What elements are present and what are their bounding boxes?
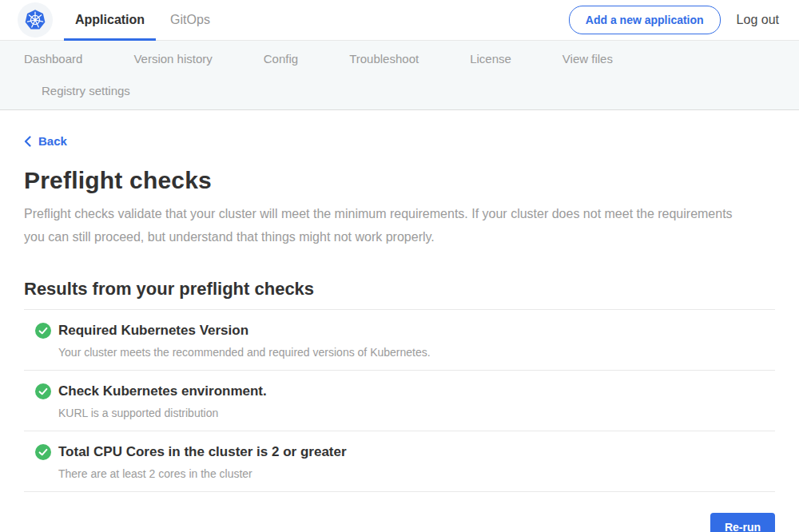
subnav-item-license[interactable]: License (452, 43, 529, 75)
subnav-item-troubleshoot[interactable]: Troubleshoot (332, 43, 436, 75)
check-title: Required Kubernetes Version (58, 323, 248, 339)
preflight-page: Back Preflight checks Preflight checks v… (0, 110, 799, 532)
check-passed-icon (35, 444, 51, 460)
navbar-right: Add a new application Log out (569, 0, 799, 40)
check-title: Check Kubernetes environment. (58, 383, 267, 399)
preflight-check-row: Check Kubernetes environment. KURL is a … (24, 371, 775, 431)
subnav-item-dashboard[interactable]: Dashboard (6, 43, 100, 75)
check-detail: Your cluster meets the recommended and r… (58, 346, 775, 359)
tab-gitops[interactable]: GitOps (159, 0, 221, 40)
primary-tabs: Application GitOps (62, 0, 223, 40)
check-detail: There are at least 2 cores in the cluste… (58, 467, 775, 480)
check-passed-icon (35, 383, 51, 399)
page-description: Preflight checks validate that your clus… (24, 202, 755, 248)
check-passed-icon (35, 323, 51, 339)
back-label: Back (38, 134, 67, 148)
preflight-check-row: Required Kubernetes Version Your cluster… (24, 310, 775, 371)
kubernetes-logo-icon (20, 5, 50, 35)
top-navbar: Application GitOps Add a new application… (0, 0, 799, 41)
subnav-item-view-files[interactable]: View files (545, 43, 630, 75)
add-application-button[interactable]: Add a new application (569, 6, 721, 34)
preflight-check-row: Total CPU Cores in the cluster is 2 or g… (24, 431, 775, 492)
back-link[interactable]: Back (24, 134, 67, 148)
check-detail: KURL is a supported distribution (58, 407, 775, 419)
logout-button[interactable]: Log out (737, 13, 779, 27)
subnav-item-registry-settings[interactable]: Registry settings (24, 75, 148, 107)
app-subnav: Dashboard Version history Config Trouble… (0, 41, 799, 110)
subnav-item-config[interactable]: Config (246, 43, 316, 75)
app-logo[interactable] (18, 2, 53, 38)
subnav-item-version-history[interactable]: Version history (116, 43, 229, 75)
tab-application[interactable]: Application (64, 0, 156, 40)
rerun-button[interactable]: Re-run (710, 513, 775, 532)
results-heading: Results from your preflight checks (24, 279, 775, 300)
page-title: Preflight checks (24, 167, 775, 194)
preflight-results-list: Required Kubernetes Version Your cluster… (24, 310, 775, 492)
chevron-left-icon (24, 136, 31, 147)
check-title: Total CPU Cores in the cluster is 2 or g… (58, 444, 347, 460)
footer-actions: Re-run (24, 492, 775, 532)
